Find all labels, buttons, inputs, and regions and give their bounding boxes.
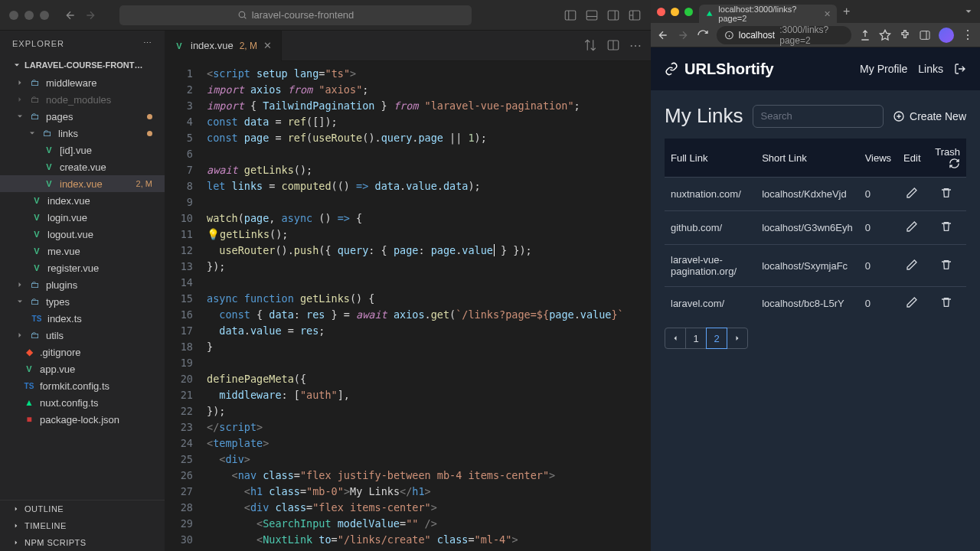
panel-right-icon[interactable] (606, 8, 620, 22)
layout-icon[interactable] (628, 8, 642, 22)
folder-utils[interactable]: 🗀utils (0, 327, 165, 344)
file-package-lock[interactable]: ■package-lock.json (0, 411, 165, 428)
panel-timeline[interactable]: TIMELINE (0, 517, 165, 534)
more-icon[interactable]: ⋯ (143, 38, 152, 48)
nav-profile[interactable]: My Profile (860, 63, 907, 75)
share-icon[interactable] (859, 29, 871, 41)
more-icon[interactable]: ⋯ (629, 38, 642, 53)
trash-icon[interactable] (940, 296, 952, 308)
logo[interactable]: URLShortify (665, 60, 774, 78)
edit-icon[interactable] (906, 296, 918, 308)
file-create-vue[interactable]: Vcreate.vue (0, 158, 165, 175)
cell-short: localhost/SxymjaFc (756, 245, 859, 287)
file-id-vue[interactable]: V[id].vue (0, 142, 165, 158)
star-icon[interactable] (879, 29, 891, 41)
refresh-icon[interactable] (949, 158, 960, 169)
file-index-vue-pages[interactable]: Vindex.vue (0, 192, 165, 209)
chevron-right-icon (12, 505, 20, 513)
search-wrapper (753, 105, 884, 128)
close-icon[interactable]: ✕ (263, 40, 272, 51)
page-prev[interactable] (665, 328, 686, 349)
file-me-vue[interactable]: Vme.vue (0, 243, 165, 259)
close-dot[interactable] (657, 8, 665, 16)
tab-index-vue[interactable]: V index.vue 2, M ✕ (165, 31, 282, 61)
command-center[interactable]: laravel-course-frontend (119, 5, 472, 25)
avatar[interactable] (939, 28, 954, 43)
folder-links[interactable]: 🗀links (0, 125, 165, 142)
panel-npm[interactable]: NPM SCRIPTS (0, 534, 165, 551)
close-dot[interactable] (9, 11, 18, 20)
item-label: [id].vue (60, 145, 92, 156)
page-2[interactable]: 2 (706, 328, 727, 349)
logout-icon[interactable] (954, 63, 966, 75)
trash-icon[interactable] (940, 187, 952, 199)
page-1[interactable]: 1 (685, 328, 707, 349)
file-nuxt-config[interactable]: ▲nuxt.config.ts (0, 394, 165, 411)
item-label: plugins (46, 279, 77, 291)
forward-icon[interactable] (677, 29, 689, 41)
create-label: Create New (910, 110, 966, 122)
extension-icon[interactable] (899, 29, 911, 41)
sidepanel-icon[interactable] (919, 29, 931, 41)
max-dot[interactable] (40, 11, 49, 20)
panel-outline[interactable]: OUTLINE (0, 500, 165, 517)
cell-trash (927, 287, 967, 321)
new-tab-icon[interactable]: + (843, 5, 850, 18)
edit-icon[interactable] (906, 187, 918, 199)
close-icon[interactable]: ✕ (824, 9, 831, 19)
trash-icon[interactable] (940, 220, 952, 233)
chevron-down-icon (28, 129, 37, 138)
file-gitignore[interactable]: ◆.gitignore (0, 344, 165, 360)
max-dot[interactable] (684, 8, 693, 16)
back-icon[interactable] (657, 29, 669, 41)
chevron-right-icon (12, 522, 20, 530)
folder-middleware[interactable]: 🗀middleware (0, 74, 165, 91)
file-app-vue[interactable]: Vapp.vue (0, 360, 165, 377)
menu-icon[interactable]: ⋮ (962, 28, 974, 42)
code-area[interactable]: 1234567891011121314151617181920212223242… (165, 61, 651, 551)
vue-icon: V (43, 144, 55, 156)
file-formkit[interactable]: TSformkit.config.ts (0, 377, 165, 394)
browser-tab[interactable]: localhost:3000/links?page=2 ✕ (699, 5, 837, 23)
back-icon[interactable] (64, 9, 77, 21)
folder-plugins[interactable]: 🗀plugins (0, 276, 165, 293)
cell-short: localhost/bc8-L5rY (756, 287, 859, 321)
page-next[interactable] (727, 328, 748, 349)
min-dot[interactable] (671, 8, 679, 16)
split-icon[interactable] (606, 38, 620, 52)
cell-edit (897, 287, 926, 321)
reload-icon[interactable] (697, 29, 709, 41)
item-label: me.vue (47, 246, 80, 257)
project-name: laravel-course-frontend (252, 9, 354, 21)
window-controls (657, 8, 693, 16)
compare-icon[interactable] (583, 38, 597, 52)
search-input[interactable] (753, 105, 884, 128)
panel-bottom-icon[interactable] (585, 8, 599, 22)
file-logout-vue[interactable]: Vlogout.vue (0, 226, 165, 243)
vscode-window: laravel-course-frontend EXPLORER ⋯ LARAV… (0, 0, 651, 551)
brand-text: URLShortify (684, 60, 774, 78)
nav-links-link[interactable]: Links (918, 63, 943, 75)
chevron-down-icon[interactable] (963, 6, 974, 17)
cell-edit (897, 178, 926, 211)
folder-node-modules[interactable]: 🗀node_modules (0, 91, 165, 108)
folder-types[interactable]: 🗀types (0, 293, 165, 310)
file-login-vue[interactable]: Vlogin.vue (0, 209, 165, 226)
forward-icon[interactable] (84, 9, 96, 21)
edit-icon[interactable] (906, 220, 918, 233)
project-header[interactable]: LARAVEL-COURSE-FRONT… (0, 56, 165, 74)
file-register-vue[interactable]: Vregister.vue (0, 259, 165, 276)
file-index-ts[interactable]: TSindex.ts (0, 310, 165, 327)
edit-icon[interactable] (906, 259, 918, 271)
item-label: index.vue (60, 178, 103, 190)
panel-left-icon[interactable] (564, 8, 577, 22)
gutter: 1234567891011121314151617181920212223242… (165, 61, 207, 551)
create-button[interactable]: Create New (893, 110, 966, 122)
url-field[interactable]: localhost:3000/links?page=2 (717, 26, 851, 44)
trash-icon[interactable] (940, 259, 952, 271)
folder-pages[interactable]: 🗀pages (0, 108, 165, 125)
file-index-vue-links[interactable]: Vindex.vue2, M (0, 175, 165, 192)
chevron-down-icon (12, 60, 21, 70)
tab-status: 2, M (240, 41, 257, 51)
min-dot[interactable] (24, 11, 34, 20)
